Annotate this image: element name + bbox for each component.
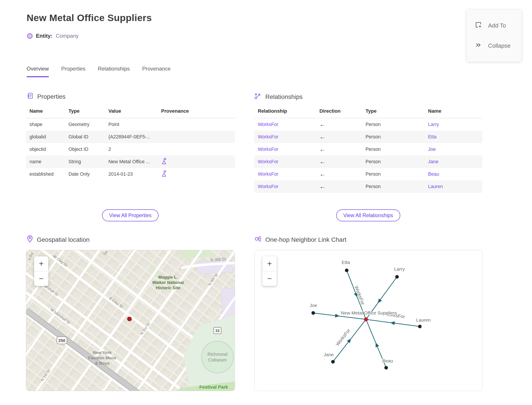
properties-icon [27,92,34,101]
neighbor-node[interactable] [395,275,399,279]
chart-zoom-out-button[interactable]: − [262,271,277,286]
poi-label: Fashion Mens [88,356,116,360]
entity-type-value: Company [56,33,79,39]
neighbor-node[interactable] [331,360,335,364]
poi-label: New York [93,350,112,355]
poi-label: Coliseum [208,358,226,362]
poi-label: Maggie L. [158,275,178,279]
center-entity-node[interactable] [364,317,368,321]
direction-arrow: ← [316,134,362,140]
tab-relationships[interactable]: Relationships [98,66,130,77]
poi-label: Historic Site [156,285,180,290]
edge-arrowhead [347,338,351,343]
entity-row: Entity: Company [27,33,79,39]
table-row: shape Geometry Point [26,118,235,131]
col-name: Name [425,108,482,114]
actions-card: Add To Collapse [467,10,521,62]
add-to-icon [475,21,482,30]
relationships-table: Relationship Direction Type Name WorksFo… [254,108,482,193]
route-shield-33: 33 [214,327,221,334]
prop-type: Object ID [65,147,105,152]
map-zoom-in-button[interactable]: + [34,256,48,271]
provenance-flag-icon[interactable] [161,173,167,178]
node-label: Jane [324,352,334,357]
view-all-relationships-button[interactable]: View All Relationships [336,209,400,221]
relationship-link[interactable]: WorksFor [254,147,316,152]
prop-name: objectid [26,147,65,152]
map-pin-icon [27,235,33,244]
neighbor-node[interactable] [312,311,315,315]
col-type: Type [362,108,425,114]
one-hop-link-chart[interactable]: + − WorksForWorksForWorksForNew Metal Of… [254,250,482,391]
node-label: Lauren [416,317,431,323]
col-direction: Direction [316,108,362,114]
add-to-button[interactable]: Add To [467,15,521,36]
relationship-link[interactable]: WorksFor [254,171,316,177]
link-chart-icon [254,235,262,244]
entity-link[interactable]: Joe [425,147,482,152]
table-row: WorksFor ← Person Lauren [254,180,482,193]
relationship-link[interactable]: WorksFor [254,184,316,189]
basemap[interactable]: W Clay St E Clay St Marshall St W Marsha… [26,250,235,391]
entity-link[interactable]: Beau [425,171,482,177]
entity-link[interactable]: Larry [425,122,482,127]
svg-text:250: 250 [58,338,65,343]
direction-arrow: ← [316,183,362,190]
table-row: WorksFor ← Person Beau [254,168,482,180]
direction-arrow: ← [316,158,362,165]
tab-bar: Overview Properties Relationships Proven… [27,66,171,77]
entity-link[interactable]: Etta [425,134,482,140]
prop-type: Geometry [65,122,105,127]
prop-value: 2014-01-23 [105,171,158,177]
geospatial-section-header: Geospatial location [27,235,90,244]
direction-arrow: ← [316,171,362,178]
prop-name: established [26,171,65,177]
neighbor-node[interactable] [384,366,388,370]
collapse-label: Collapse [488,42,511,49]
col-type: Type [65,108,105,114]
entity-link[interactable]: Jane [425,159,482,165]
prop-value: Point [105,122,158,127]
view-all-properties-button[interactable]: View All Properties [102,209,159,221]
rel-type: Person [362,171,425,177]
route-shield-250: 250 [57,337,67,344]
relationships-table-header: Relationship Direction Type Name [254,108,482,118]
relationships-icon [254,92,262,101]
entity-location-marker[interactable] [127,317,132,321]
relationships-section-title: Relationships [265,93,303,101]
neighbor-node[interactable] [418,325,422,328]
geospatial-map[interactable]: + − [26,250,235,391]
col-provenance: Provenance [158,108,235,114]
neighbor-node[interactable] [345,269,348,272]
col-relationship: Relationship [254,108,316,114]
table-row: WorksFor ← Person Larry [254,118,482,131]
tab-provenance[interactable]: Provenance [142,66,171,77]
relationship-link[interactable]: WorksFor [254,159,316,165]
prop-type: Date Only [65,171,105,177]
properties-section-header: Properties [27,92,66,101]
col-value: Value [105,108,158,114]
chart-zoom-in-button[interactable]: + [262,256,277,271]
link-chart-canvas[interactable]: WorksForWorksForWorksForNew Metal Office… [254,250,482,391]
chevrons-right-icon [475,41,482,50]
tab-overview[interactable]: Overview [27,66,49,77]
relationship-link[interactable]: WorksFor [254,134,316,140]
poi-label: Richmond [207,352,227,357]
link-chart-section-header: One-hop Neighbor Link Chart [254,235,346,244]
table-row: WorksFor ← Person Jane [254,155,482,168]
direction-arrow: ← [316,121,362,128]
prop-provenance [158,157,235,166]
table-row: globalid Global ID {A228944F-0EF5-... [26,131,235,143]
entity-link[interactable]: Lauren [425,184,482,189]
link-chart-section-title: One-hop Neighbor Link Chart [265,236,346,243]
relationship-link[interactable]: WorksFor [254,122,316,127]
svg-text:33: 33 [215,329,220,333]
node-label: Beau [382,358,393,363]
tab-properties[interactable]: Properties [61,66,85,77]
table-row: name String New Metal Office ... [26,155,235,168]
collapse-button[interactable]: Collapse [467,36,521,56]
provenance-flag-icon[interactable] [161,160,167,166]
map-zoom-out-button[interactable]: − [34,271,48,286]
relationships-section-header: Relationships [254,92,303,101]
node-label: Larry [394,266,405,271]
